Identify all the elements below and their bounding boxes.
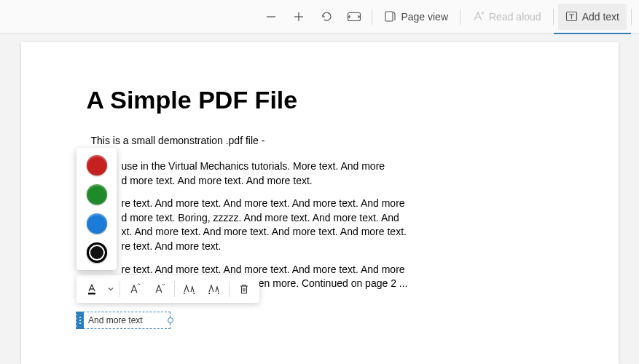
- text-color-button[interactable]: [79, 277, 104, 301]
- text-format-toolbar: [77, 275, 259, 303]
- add-text-label: Add text: [582, 11, 619, 23]
- intro-paragraph: This is a small demonstration .pdf file …: [91, 135, 553, 146]
- color-picker-popover: [77, 148, 117, 270]
- read-aloud-icon: [472, 10, 485, 23]
- pdf-toolbar: Page view Read aloud Add text: [0, 0, 639, 33]
- decrease-font-button[interactable]: [147, 277, 172, 301]
- chevron-down-icon: [107, 285, 114, 293]
- text-color-dropdown[interactable]: [104, 277, 117, 301]
- read-aloud-button[interactable]: Read aloud: [465, 4, 549, 30]
- page-view-icon: [384, 10, 396, 23]
- color-option-green[interactable]: [87, 184, 107, 205]
- format-separator: [174, 281, 175, 297]
- fit-width-button[interactable]: [341, 4, 367, 30]
- toolbar-separator: [553, 9, 554, 25]
- text-annotation-box[interactable]: And more text: [76, 312, 170, 329]
- color-option-blue[interactable]: [87, 213, 107, 234]
- document-title: A Simple PDF File: [87, 86, 553, 114]
- svg-rect-6: [88, 293, 95, 295]
- increase-font-button[interactable]: [122, 277, 147, 301]
- annotation-text: And more text: [88, 315, 143, 325]
- color-option-black[interactable]: [87, 242, 107, 263]
- add-text-button[interactable]: Add text: [558, 4, 627, 30]
- read-aloud-label: Read aloud: [489, 11, 541, 23]
- toolbar-separator: [631, 9, 632, 25]
- page-view-button[interactable]: Page view: [377, 4, 455, 30]
- format-separator: [229, 281, 230, 297]
- format-separator: [119, 281, 120, 297]
- zoom-in-button[interactable]: [286, 4, 312, 30]
- toolbar-separator: [460, 9, 460, 25]
- body-paragraph: use in the Virtual Mechanics tutorials. …: [122, 159, 553, 188]
- trash-icon: [238, 283, 250, 295]
- body-paragraph: re text. And more text. And more text. A…: [122, 197, 553, 253]
- add-text-icon: [565, 10, 578, 23]
- color-option-red[interactable]: [87, 155, 107, 175]
- increase-spacing-button[interactable]: [177, 277, 202, 301]
- drag-handle[interactable]: [77, 312, 84, 329]
- toolbar-separator: [372, 9, 372, 25]
- decrease-spacing-button[interactable]: [202, 277, 227, 301]
- resize-handle[interactable]: [168, 317, 173, 323]
- zoom-out-button[interactable]: [258, 4, 284, 30]
- rotate-button[interactable]: [313, 4, 340, 30]
- svg-rect-4: [385, 12, 393, 21]
- page-view-label: Page view: [401, 11, 448, 23]
- delete-annotation-button[interactable]: [232, 277, 256, 301]
